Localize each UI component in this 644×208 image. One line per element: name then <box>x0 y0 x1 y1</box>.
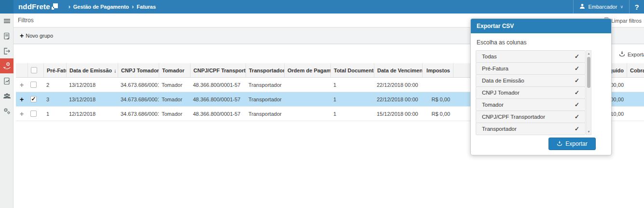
scroll-down-icon[interactable]: ▼ <box>587 129 591 135</box>
top-bar: nddFrete › Gestão de Pagamento › Faturas… <box>0 0 644 14</box>
option-label: CNPJ/CPF Transportador <box>482 114 545 120</box>
topbar-right: Embarcador ∨ ? <box>573 0 644 14</box>
row-checkbox[interactable] <box>30 111 37 117</box>
cell-cnpj-tomador: 34.673.686/0001-01 <box>118 92 159 106</box>
column-option-list: Todas ✓ Pré-Fatura ✓ Data de Emissão ✓ C… <box>476 50 591 135</box>
breadcrumb-item-faturas[interactable]: Faturas <box>137 4 156 10</box>
col-pre-fatura[interactable]: Pré-Fatura <box>43 63 66 77</box>
select-all-header <box>27 63 43 77</box>
user-menu-label: Embarcador <box>588 4 617 10</box>
cell-total-documentos: 1 <box>330 92 374 106</box>
option-cnpj-cpf-transportador[interactable]: CNPJ/CPF Transportador ✓ <box>476 111 586 123</box>
cell-cobranca <box>627 107 644 121</box>
modal-header: Exportar CSV <box>471 19 611 33</box>
col-data-emissao-label: Data de Emissão <box>69 68 112 73</box>
breadcrumb-item-gestao[interactable]: Gestão de Pagamento <box>73 4 129 10</box>
cell-tomador: Tomador <box>159 92 190 106</box>
cell-data-emissao: 13/12/2018 <box>66 92 118 106</box>
export-csv-link[interactable]: Exportar CSV <box>619 51 644 58</box>
app-window: nddFrete › Gestão de Pagamento › Faturas… <box>0 0 644 208</box>
download-icon <box>619 51 625 58</box>
user-menu[interactable]: Embarcador ∨ <box>574 0 629 14</box>
cell-impostos <box>422 78 453 92</box>
scrollbar-thumb[interactable] <box>587 57 590 88</box>
cell-cnpj-tomador: 34.673.686/0001-01 <box>118 107 159 121</box>
check-icon: ✓ <box>575 101 579 108</box>
option-pre-fatura[interactable]: Pré-Fatura ✓ <box>476 62 586 75</box>
col-tomador[interactable]: Tomador <box>159 63 190 77</box>
expand-row-icon[interactable]: + <box>20 111 24 117</box>
breadcrumb-separator: › <box>132 3 134 10</box>
option-data-de-emissao[interactable]: Data de Emissão ✓ <box>476 74 586 87</box>
option-todas[interactable]: Todas ✓ <box>476 50 586 63</box>
check-icon: ✓ <box>575 53 579 60</box>
sidebar <box>0 14 14 208</box>
option-label: Tomador <box>482 102 504 108</box>
cell-cnpj-cpf-transportador: 48.366.800/0001-57 <box>190 107 246 121</box>
check-icon: ✓ <box>575 89 579 96</box>
sidebar-item-sign-out[interactable] <box>0 43 14 58</box>
col-data-emissao[interactable]: Data de Emissão↓ <box>66 63 118 77</box>
cell-data-vencimento: 15/12/2018 00:00 <box>374 107 422 121</box>
check-icon: ✓ <box>31 96 36 102</box>
export-csv-modal: Exportar CSV Escolha as colunas Todas ✓ … <box>470 18 612 155</box>
expand-row-icon[interactable]: + <box>20 96 24 103</box>
col-transportador[interactable]: Transportador <box>246 63 284 77</box>
col-total-documentos[interactable]: Total Documentos <box>330 63 374 77</box>
option-label: Pré-Fatura <box>482 66 508 71</box>
cell-total-documentos: 1 <box>330 107 374 121</box>
check-icon: ✓ <box>575 125 579 132</box>
cell-data-emissao: 13/12/2018 <box>66 78 118 92</box>
cell-transportador: Transportador <box>246 78 284 92</box>
sidebar-item-document-report[interactable] <box>0 73 14 88</box>
cell-impostos: R$ 0,00 <box>422 107 453 121</box>
select-all-checkbox[interactable] <box>31 67 37 73</box>
export-button[interactable]: Exportar <box>548 138 596 150</box>
topbar-corner <box>0 0 14 14</box>
col-impostos[interactable]: Impostos <box>422 63 453 77</box>
option-tomador[interactable]: Tomador ✓ <box>476 98 586 111</box>
help-button[interactable]: ? <box>630 0 644 14</box>
sidebar-item-invoice-check[interactable] <box>0 28 14 43</box>
cell-cnpj-cpf-transportador: 48.366.800/0001-57 <box>190 78 246 92</box>
sidebar-item-payment[interactable] <box>0 58 14 73</box>
user-icon <box>579 3 585 10</box>
check-icon: ✓ <box>575 77 579 84</box>
check-icon: ✓ <box>575 65 579 72</box>
scroll-up-icon[interactable]: ▲ <box>587 51 591 56</box>
option-transportador[interactable]: Transportador ✓ <box>476 123 586 135</box>
modal-subtitle: Escolha as colunas <box>477 39 611 46</box>
new-group-button[interactable]: + Novo grupo <box>20 32 53 39</box>
cell-total-documentos: 1 <box>330 78 374 92</box>
cell-pre-fatura: 2 <box>43 78 66 92</box>
expand-column-header <box>16 63 27 77</box>
check-icon: ✓ <box>575 113 579 120</box>
modal-title: Exportar CSV <box>477 23 514 29</box>
cell-tomador: Tomador <box>159 78 190 92</box>
col-data-vencimento[interactable]: Data de Vencimento <box>374 63 422 77</box>
app-logo[interactable]: nddFrete <box>18 2 58 12</box>
option-cnpj-tomador[interactable]: CNPJ Tomador ✓ <box>476 86 586 99</box>
logo-mark-icon <box>52 3 58 12</box>
expand-row-icon[interactable]: + <box>20 82 24 88</box>
export-csv-label: Exportar CSV <box>628 52 644 57</box>
col-ordem-pagamento[interactable]: Ordem de Pagamento <box>284 63 330 77</box>
cell-cnpj-cpf-transportador: 48.366.800/0001-57 <box>190 92 246 106</box>
row-checkbox-checked[interactable]: ✓ <box>30 96 37 102</box>
new-group-label: Novo grupo <box>26 33 53 39</box>
col-cnpj-cpf-transportador[interactable]: CNPJ/CPF Transportador <box>190 63 246 77</box>
cell-cobranca <box>627 78 644 92</box>
download-icon <box>557 140 562 148</box>
clear-filters-label: Limpar filtros <box>611 18 642 24</box>
modal-footer: Exportar <box>548 138 596 150</box>
option-label: CNPJ Tomador <box>482 90 520 96</box>
row-checkbox[interactable] <box>30 82 37 88</box>
menu-icon[interactable] <box>0 14 14 28</box>
col-cobranca[interactable]: Cobrança <box>627 63 644 77</box>
settings-gear-icon[interactable] <box>0 103 14 118</box>
option-list-scrollbar[interactable]: ▲ ▼ <box>586 50 591 135</box>
sidebar-item-users[interactable] <box>0 88 14 103</box>
breadcrumb-separator: › <box>69 3 70 10</box>
cell-data-emissao: 12/12/2018 <box>66 107 118 121</box>
col-cnpj-tomador[interactable]: CNPJ Tomador <box>118 63 159 77</box>
